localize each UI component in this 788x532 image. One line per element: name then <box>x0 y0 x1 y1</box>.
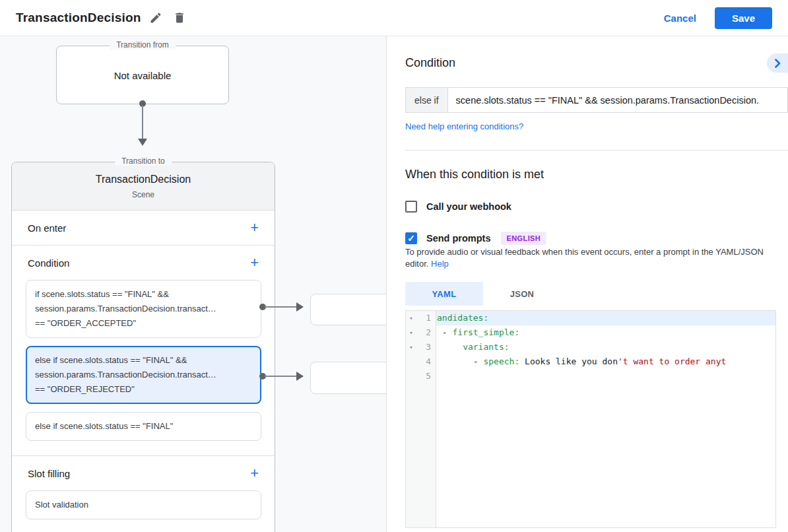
transition-from-box[interactable]: Transition from Not available <box>56 46 229 104</box>
code-line: ▾ 2 - first_simple: <box>406 325 775 340</box>
transition-arrow <box>137 100 148 148</box>
condition-expression-row: else if <box>405 87 788 113</box>
scene-canvas: Transition from Not available Transition… <box>0 36 386 532</box>
condition-1-connector <box>259 301 307 313</box>
on-enter-label: On enter <box>28 222 66 234</box>
fold-arrow-icon[interactable]: ▾ <box>406 340 416 354</box>
editor-tabs: YAML JSON <box>405 282 776 306</box>
condition-prefix-label: else if <box>406 88 448 112</box>
connector-line <box>142 106 143 140</box>
condition-expression-input[interactable] <box>448 88 787 112</box>
collapse-panel-button[interactable] <box>767 53 788 73</box>
prompts-help-link[interactable]: Help <box>431 259 449 269</box>
fold-arrow-icon[interactable]: ▾ <box>406 311 416 325</box>
transition-target-box-2[interactable] <box>310 362 386 394</box>
tab-yaml[interactable]: YAML <box>405 282 483 306</box>
editor-gutter <box>406 383 775 528</box>
code-line: ▾ 3 variants: <box>406 340 775 354</box>
yaml-code-editor[interactable]: ▾ 1 andidates: ▾ 2 - first_simple: ▾ 3 v… <box>405 310 776 528</box>
transition-to-label: Transition to <box>115 156 172 166</box>
when-met-title: When this condition is met <box>405 168 776 182</box>
send-prompts-checkbox[interactable]: ✓ <box>405 232 417 244</box>
add-on-enter-button[interactable]: + <box>250 221 259 234</box>
connector-line <box>265 376 298 377</box>
webhook-label: Call your webhook <box>426 201 511 212</box>
code-line: ▾ 1 andidates: <box>406 311 775 325</box>
condition-item-accepted[interactable]: if scene.slots.status == "FINAL" && sess… <box>26 280 261 338</box>
scene-name: TransactionDecision <box>12 174 275 185</box>
language-badge: ENGLISH <box>501 232 546 245</box>
scene-type: Scene <box>12 190 275 199</box>
code-line: 5 <box>406 369 775 383</box>
save-button[interactable]: Save <box>715 7 772 29</box>
add-slot-button[interactable]: + <box>250 467 259 480</box>
slot-filling-label: Slot filling <box>28 468 70 479</box>
arrow-head-icon <box>296 372 304 381</box>
delete-icon[interactable] <box>170 9 189 27</box>
prompts-description: To provide audio or visual feedback when… <box>405 246 776 270</box>
condition-item-final[interactable]: else if scene.slots.status == "FINAL" <box>26 412 261 441</box>
connector-line <box>265 306 298 308</box>
condition-item-rejected-selected[interactable]: else if scene.slots.status == "FINAL" &&… <box>26 346 261 404</box>
send-prompts-label: Send prompts <box>426 233 490 244</box>
code-line: 4 - speech: Looks like you don't want to… <box>406 354 775 369</box>
arrow-head-icon <box>138 139 147 146</box>
transition-target-box-1[interactable] <box>310 294 386 325</box>
fold-arrow-icon[interactable]: ▾ <box>406 325 416 340</box>
cancel-button[interactable]: Cancel <box>664 13 696 24</box>
scene-card: Transition to TransactionDecision Scene … <box>11 162 275 532</box>
slot-validation-item[interactable]: Slot validation <box>26 490 261 519</box>
condition-panel-title: Condition <box>405 56 455 70</box>
page-title: TransactionDecision <box>16 11 141 25</box>
transition-from-value: Not available <box>57 70 228 81</box>
condition-2-connector <box>259 370 307 382</box>
add-condition-button[interactable]: + <box>250 256 259 269</box>
edit-icon[interactable] <box>147 9 165 27</box>
topbar: TransactionDecision Cancel Save <box>0 0 788 36</box>
chevron-right-icon <box>773 59 782 68</box>
detail-panel: Condition else if Need help entering con… <box>386 36 788 532</box>
webhook-checkbox[interactable] <box>405 201 417 213</box>
condition-section-label: Condition <box>28 257 69 269</box>
tab-json[interactable]: JSON <box>483 282 561 306</box>
scene-card-header: TransactionDecision Scene <box>12 162 275 211</box>
transition-from-label: Transition from <box>110 40 176 50</box>
condition-help-link[interactable]: Need help entering conditions? <box>405 121 523 131</box>
checkmark-icon: ✓ <box>407 234 415 243</box>
arrow-head-icon <box>296 302 304 312</box>
